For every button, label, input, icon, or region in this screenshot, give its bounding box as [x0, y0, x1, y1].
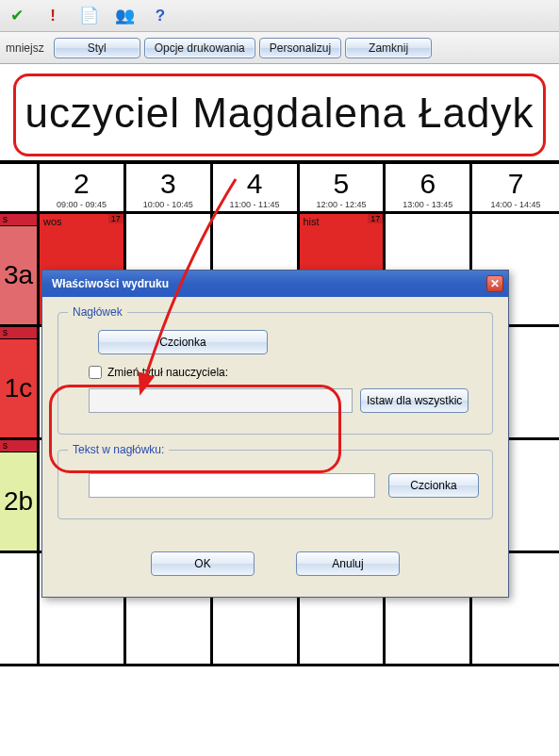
col-header: 512:00 - 12:45 [300, 164, 386, 211]
check-icon[interactable]: ✔ [8, 7, 26, 25]
button-toolbar: mniejsz Styl Opcje drukowania Personaliz… [0, 32, 559, 64]
schedule-header-row: 209:00 - 09:45 310:00 - 10:45 411:00 - 1… [0, 164, 559, 214]
col-header: 714:00 - 14:45 [472, 164, 559, 211]
col-header: 613:00 - 13:45 [386, 164, 472, 211]
dialog-titlebar[interactable]: Właściwości wydruku ✕ [42, 271, 508, 297]
teacher-title: uczyciel Magdalena Ładyk [13, 74, 546, 156]
style-button[interactable]: Styl [54, 38, 140, 58]
change-title-label: Zmień tytuł nauczyciela: [107, 366, 228, 379]
help-icon[interactable]: ? [151, 7, 170, 25]
close-button[interactable]: Zamknij [345, 38, 432, 58]
header-text-input[interactable] [89, 473, 375, 498]
teacher-title-input[interactable] [89, 388, 353, 413]
exclaim-icon[interactable]: ! [43, 7, 62, 25]
close-icon[interactable]: ✕ [486, 275, 503, 292]
people-icon[interactable]: 👥 [115, 7, 134, 25]
fieldset-legend: Nagłówek [68, 305, 127, 319]
print-properties-dialog: Właściwości wydruku ✕ Nagłówek Czcionka … [41, 270, 509, 598]
header-fieldset: Nagłówek Czcionka Zmień tytuł nauczyciel… [58, 312, 493, 435]
title-area: uczyciel Magdalena Ładyk [0, 64, 559, 160]
fieldset-legend: Tekst w nagłówku: [68, 443, 169, 456]
col-header: 411:00 - 11:45 [213, 164, 300, 211]
header-text-fieldset: Tekst w nagłówku: Czcionka [58, 450, 493, 519]
font-button-2[interactable]: Czcionka [388, 473, 479, 498]
personalize-button[interactable]: Personalizuj [259, 38, 341, 58]
cancel-button[interactable]: Anuluj [296, 551, 400, 576]
change-title-checkbox[interactable] [89, 366, 102, 379]
icon-toolbar: ✔ ! 📄 👥 ? [0, 0, 559, 32]
col-header: 209:00 - 09:45 [40, 164, 126, 211]
dialog-title: Właściwości wydruku [52, 277, 169, 290]
print-options-button[interactable]: Opcje drukowania [144, 38, 255, 58]
zoom-label: mniejsz [4, 41, 50, 55]
ok-button[interactable]: OK [151, 551, 255, 576]
doc-icon[interactable]: 📄 [79, 7, 98, 25]
set-for-all-button[interactable]: Istaw dla wszystkic [360, 388, 469, 413]
font-button[interactable]: Czcionka [98, 330, 268, 354]
col-header: 310:00 - 10:45 [126, 164, 213, 211]
